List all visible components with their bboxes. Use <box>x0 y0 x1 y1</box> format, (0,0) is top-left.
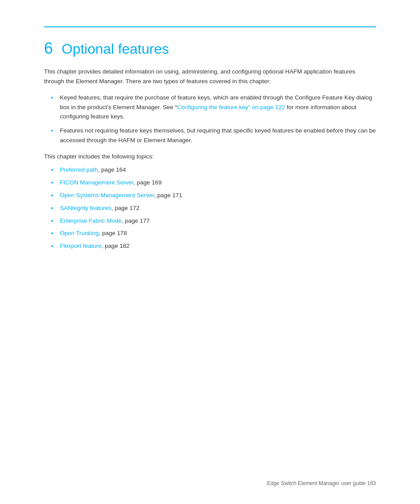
topic-item-7: Flexport feature, page 182 <box>53 241 376 251</box>
features-list: Keyed features, that require the purchas… <box>53 93 376 145</box>
topics-intro: This chapter includes the following topi… <box>44 152 376 162</box>
topic-item-2: FICON Management Server, page 169 <box>53 178 376 188</box>
topic-item-6: Open Trunking, page 178 <box>53 228 376 239</box>
topic-item-1: Preferred path, page 164 <box>53 165 376 175</box>
intro-paragraph: This chapter provides detailed informati… <box>44 67 376 86</box>
topic-item-3: Open Systems Management Server, page 171 <box>53 191 376 201</box>
topic-3-page: , page 171 <box>154 192 182 199</box>
topic-5-page: , page 177 <box>122 217 150 224</box>
santegrity-features-link[interactable]: SANtegrity features <box>60 205 111 211</box>
topic-1-page: , page 164 <box>98 166 126 173</box>
bullet-item-2: Features not requiring feature keys them… <box>53 126 376 145</box>
topic-item-4: SANtegrity features, page 172 <box>53 203 376 213</box>
ficon-management-server-link[interactable]: FICON Management Server <box>60 179 133 186</box>
topic-2-page: , page 169 <box>133 179 162 186</box>
topic-6-page: , page 178 <box>99 230 127 236</box>
enterprise-fabric-mode-link[interactable]: Enterprise Fabric Mode <box>60 217 122 224</box>
topics-list: Preferred path, page 164 FICON Managemen… <box>53 165 376 252</box>
bullet-item-1: Keyed features, that require the purchas… <box>53 93 376 121</box>
topic-item-5: Enterprise Fabric Mode, page 177 <box>53 216 376 226</box>
chapter-header: 6 Optional features <box>44 40 376 56</box>
configuring-feature-key-link[interactable]: Configuring the feature key” on page 122 <box>177 104 285 110</box>
topic-4-page: , page 172 <box>111 205 140 211</box>
chapter-title: Optional features <box>62 42 169 56</box>
page-container: 6 Optional features This chapter provide… <box>0 0 420 504</box>
open-systems-management-server-link[interactable]: Open Systems Management Server <box>60 192 154 199</box>
footer: Edge Switch Element Manager user guide 1… <box>267 480 376 486</box>
open-trunking-link[interactable]: Open Trunking <box>60 230 99 236</box>
chapter-number: 6 <box>44 40 53 56</box>
bullet-2-text: Features not requiring feature keys them… <box>60 127 376 143</box>
preferred-path-link[interactable]: Preferred path <box>60 166 98 173</box>
top-rule <box>44 26 376 27</box>
topic-7-page: , page 182 <box>102 243 130 249</box>
footer-text: Edge Switch Element Manager user guide 1… <box>267 480 376 486</box>
flexport-feature-link[interactable]: Flexport feature <box>60 243 102 249</box>
